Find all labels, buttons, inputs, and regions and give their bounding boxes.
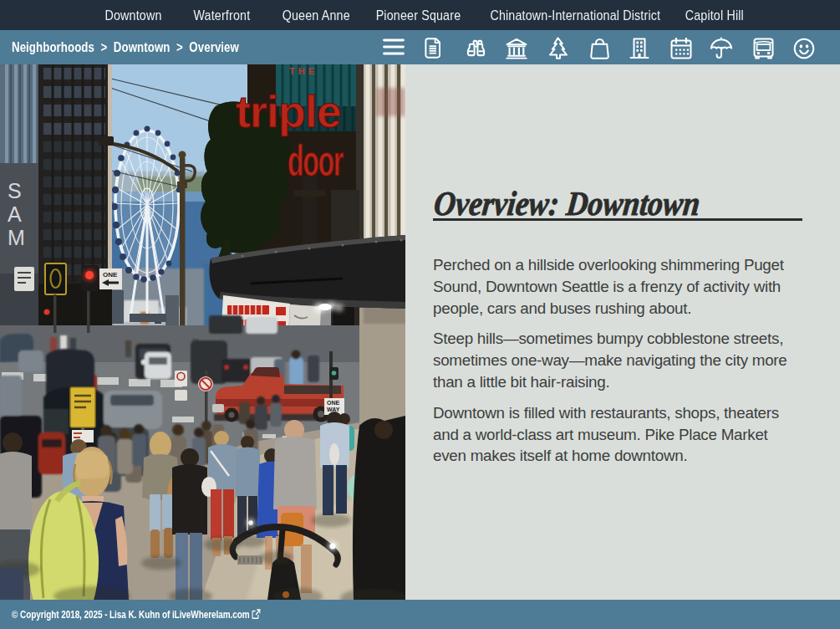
svg-text:WAY: WAY	[327, 407, 340, 412]
svg-text:ONE: ONE	[327, 400, 340, 406]
svg-text:ONE: ONE	[103, 271, 118, 279]
svg-text:triple: triple	[236, 87, 341, 136]
svg-text:THE: THE	[289, 66, 318, 76]
svg-text:A: A	[8, 202, 22, 226]
svg-text:M: M	[8, 226, 25, 249]
svg-text:S: S	[8, 179, 22, 202]
